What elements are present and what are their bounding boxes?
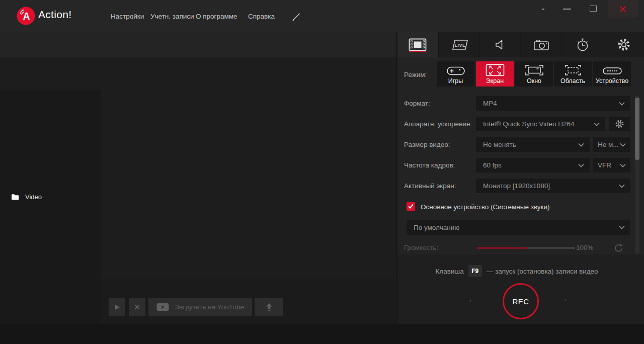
format-value: MP4 xyxy=(483,100,497,107)
framerate-mode-value: VFR xyxy=(598,161,611,169)
menu-settings[interactable]: Настройки xyxy=(111,13,144,20)
chevron-down-icon xyxy=(594,122,600,126)
audio-device-dropdown[interactable]: По умолчанию xyxy=(407,220,630,235)
close-icon xyxy=(619,5,627,13)
close-x-icon xyxy=(134,304,140,310)
framerate-value: 60 fps xyxy=(483,161,502,169)
tab-settings-panel[interactable] xyxy=(603,32,644,57)
hotkey-prefix: Клавиша xyxy=(435,268,463,275)
volume-slider[interactable] xyxy=(477,247,575,249)
mode-label: Режим: xyxy=(404,71,427,78)
capture-tabbar: LIVE xyxy=(397,32,644,57)
mode-screen-button[interactable]: Экран xyxy=(476,61,514,87)
theme-pen-button[interactable] xyxy=(290,11,303,22)
export-button[interactable] xyxy=(255,298,283,316)
region-icon xyxy=(565,64,582,76)
volume-reset-button[interactable] xyxy=(612,241,625,254)
menu-about[interactable]: О программе xyxy=(196,13,237,20)
chevron-down-icon xyxy=(620,143,626,147)
mode-region-label: Область xyxy=(560,77,585,84)
pen-icon xyxy=(291,11,302,22)
mode-screen-label: Экран xyxy=(486,77,504,84)
active-screen-label: Активный экран: xyxy=(404,182,456,190)
tab-screenshots[interactable] xyxy=(521,32,562,57)
volume-label: Громкость: xyxy=(404,244,438,251)
mode-window-button[interactable]: Окно xyxy=(515,61,553,87)
record-button-label: REC xyxy=(512,297,529,306)
mode-device-label: Устройство xyxy=(596,77,628,84)
tab-video-recording[interactable] xyxy=(397,32,439,57)
upload-to-youtube-button[interactable]: Загрузить на YouTube xyxy=(148,298,252,316)
gear-icon xyxy=(616,37,631,52)
delete-button[interactable] xyxy=(129,298,145,316)
framerate-mode-dropdown[interactable]: VFR xyxy=(593,158,630,173)
upload-to-youtube-label: Загрузить на YouTube xyxy=(175,303,244,311)
video-size-value: Не менять xyxy=(483,141,516,148)
menu-help[interactable]: Справка xyxy=(248,13,275,20)
folders-sidebar: Video Свободное место на диске 70.2 GB xyxy=(0,91,101,324)
upload-arrow-icon xyxy=(265,302,274,312)
maximize-icon xyxy=(590,6,597,12)
folder-row: Папка: C:\Action!\Video ... xyxy=(0,57,396,91)
record-button[interactable]: REC xyxy=(503,283,539,319)
chevron-down-icon xyxy=(578,143,584,147)
folder-icon xyxy=(11,194,19,200)
minimize-button[interactable] xyxy=(560,4,574,14)
camera-icon xyxy=(533,38,549,51)
titlebar: A Action! Настройки Учетн. записи О прог… xyxy=(0,0,644,32)
app-title: Action! xyxy=(38,9,71,21)
hw-accel-settings-button[interactable] xyxy=(609,117,630,131)
active-screen-value: Монитор [1920x1080] xyxy=(483,182,550,190)
chevron-down-icon xyxy=(620,163,626,167)
chevron-down-icon xyxy=(619,184,625,188)
rec-side-dot xyxy=(469,300,471,302)
tab-live-streaming[interactable]: LIVE xyxy=(439,32,480,57)
play-icon xyxy=(114,304,121,311)
titlebar-dot xyxy=(542,9,544,10)
statusbar xyxy=(0,324,644,344)
check-icon xyxy=(408,204,414,209)
hotkey-key[interactable]: F9 xyxy=(468,265,482,277)
speaker-icon xyxy=(495,39,506,51)
gear-small-icon xyxy=(614,119,625,129)
settings-scrollbar-thumb[interactable] xyxy=(635,98,639,160)
hw-accel-label: Аппаратн. ускорение: xyxy=(404,120,472,128)
hotkey-suffix: — запуск (остановка) записи видео xyxy=(487,268,598,275)
volume-slider-fill xyxy=(477,247,527,249)
sidebar-item-label: Video xyxy=(25,193,42,201)
audio-device-value: По умолчанию xyxy=(414,224,459,231)
hw-accel-value: Intel® Quick Sync Video H264 xyxy=(483,120,575,128)
video-size-dropdown[interactable]: Не менять xyxy=(476,137,590,152)
live-icon: LIVE xyxy=(449,39,469,51)
maximize-button[interactable] xyxy=(587,3,600,15)
hw-accel-dropdown[interactable]: Intel® Quick Sync Video H264 xyxy=(476,117,605,131)
aspect-ratio-value: Не м... xyxy=(598,141,619,148)
mode-games-button[interactable]: Игры xyxy=(437,61,474,87)
play-button[interactable] xyxy=(109,298,125,316)
chevron-down-icon xyxy=(619,102,625,106)
close-button[interactable] xyxy=(608,0,638,18)
mode-games-label: Игры xyxy=(448,77,463,84)
file-manager-tabbar: Диспетчер файлов Предпросмотр Видеозапис… xyxy=(0,32,396,57)
tab-audio-recording[interactable] xyxy=(480,32,521,57)
tab-benchmark[interactable] xyxy=(562,32,603,57)
mode-device-button[interactable]: Устройство xyxy=(593,61,631,87)
window-icon xyxy=(525,64,544,76)
device-icon xyxy=(602,65,622,76)
hotkey-row: Клавиша F9 — запуск (остановка) записи в… xyxy=(397,265,636,277)
screen-expand-icon xyxy=(486,64,505,76)
reset-icon xyxy=(613,242,624,253)
active-screen-dropdown[interactable]: Монитор [1920x1080] xyxy=(476,179,630,193)
aspect-ratio-dropdown[interactable]: Не м... xyxy=(593,137,630,152)
format-dropdown[interactable]: MP4 xyxy=(476,96,630,111)
framerate-dropdown[interactable]: 60 fps xyxy=(476,158,590,173)
menu-accounts[interactable]: Учетн. записи xyxy=(150,13,194,20)
video-size-label: Размер видео: xyxy=(404,141,450,148)
gamepad-icon xyxy=(446,65,465,76)
mode-region-button[interactable]: Область xyxy=(554,61,592,87)
primary-audio-checkbox[interactable] xyxy=(407,202,415,211)
sidebar-item-video[interactable]: Video xyxy=(0,189,101,204)
active-capture-tab-underline xyxy=(409,51,426,52)
chevron-down-icon xyxy=(578,163,584,167)
rec-side-dot xyxy=(565,299,567,301)
